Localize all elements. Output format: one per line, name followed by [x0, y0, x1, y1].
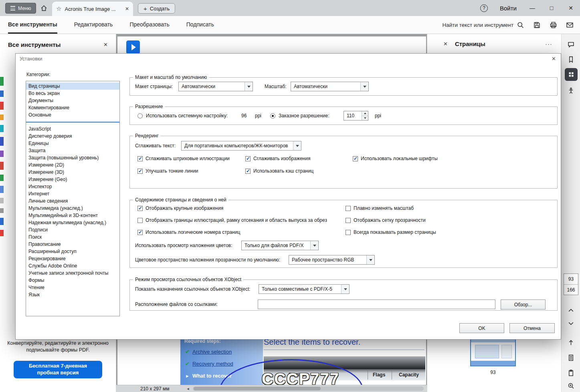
trial-button[interactable]: Бесплатная 7-дневная пробная версия [14, 361, 102, 378]
ok-button[interactable]: OK [459, 323, 504, 333]
checkbox-box[interactable] [346, 230, 351, 235]
category-item[interactable]: Подписи [26, 226, 119, 233]
category-item[interactable]: Формы [26, 277, 119, 284]
checkbox-box[interactable] [346, 218, 351, 223]
category-item[interactable]: Учетные записи электронной почты [26, 269, 119, 277]
page-indicator[interactable]: 93 166 [564, 273, 578, 295]
checkbox-box[interactable] [137, 230, 143, 235]
dropdown-button[interactable] [293, 141, 301, 150]
current-page-field[interactable]: 93 [564, 274, 578, 284]
category-item[interactable]: JavaScript [26, 125, 119, 133]
tab-sign[interactable]: Подписать [186, 16, 214, 34]
category-item[interactable]: Надежная мультимедиа (унаслед.) [26, 219, 119, 226]
scroll-down-button[interactable] [562, 316, 580, 330]
wizard-step-method[interactable]: ✔ Recovery method [185, 361, 233, 367]
checkbox-box[interactable] [137, 206, 143, 211]
stepper-up-button[interactable] [362, 111, 368, 116]
document-tab[interactable]: ☆ Acronis True Image ... ✕ [52, 2, 133, 16]
comments-button[interactable] [562, 37, 580, 52]
checkbox-smooth-images[interactable]: Сглаживать изображения [245, 156, 310, 161]
category-item[interactable]: Единицы [26, 140, 119, 147]
page-up-button[interactable] [562, 335, 580, 350]
dialog-close-icon[interactable]: ✕ [552, 56, 556, 62]
dropdown-button[interactable] [360, 82, 368, 91]
category-item[interactable]: Рецензирование [26, 255, 119, 262]
print-icon[interactable] [550, 21, 557, 29]
category-item-selected[interactable]: Вид страницы [26, 82, 119, 90]
column-capacity[interactable]: Capacity [399, 372, 419, 378]
checkbox-large-images[interactable]: Отображать крупные изображения [137, 205, 223, 211]
wizard-step-link[interactable]: Recovery method [192, 361, 233, 367]
category-item[interactable]: Интернет [26, 190, 119, 197]
checkbox-smooth-line-art[interactable]: Сглаживать штриховые иллюстрации [137, 156, 230, 161]
stepper-value[interactable]: 110 [344, 111, 362, 120]
checkbox-box[interactable] [353, 156, 358, 161]
category-item[interactable]: Поиск [26, 233, 119, 241]
xobject-location-input[interactable] [258, 300, 495, 309]
category-item[interactable]: Во весь экран [26, 90, 119, 97]
pages-close-icon[interactable]: ✕ [443, 41, 448, 47]
minimize-button[interactable]: — [529, 5, 536, 11]
category-item[interactable]: Защита [26, 147, 119, 154]
save-icon[interactable] [533, 21, 541, 29]
horizontal-scrollbar[interactable] [193, 386, 424, 391]
more-options-icon[interactable]: ··· [545, 40, 552, 47]
category-item[interactable]: Мультимедиа (унаслед.) [26, 205, 119, 212]
category-item[interactable]: Документы [26, 97, 119, 104]
search-box[interactable]: Найти текст или инструмент [442, 21, 524, 29]
bookmarks-button[interactable] [562, 52, 580, 66]
close-button[interactable]: ✕ [567, 5, 574, 11]
checkbox-box[interactable] [245, 156, 251, 161]
signin-button[interactable]: Войти [500, 5, 517, 12]
category-item[interactable]: Диспетчер доверия [26, 133, 119, 140]
checkbox-box[interactable] [137, 169, 143, 174]
wizard-step-archive[interactable]: ✔ Archive selection [185, 349, 232, 355]
category-item[interactable]: Измерение (Geo) [26, 176, 119, 183]
dropdown-button[interactable] [366, 255, 374, 264]
reading-mode-button[interactable] [562, 350, 580, 365]
category-item[interactable]: Основные [26, 111, 119, 119]
checkbox-smooth-zoom[interactable]: Плавно изменять масштаб [346, 205, 414, 211]
scrollbar-thumb[interactable] [194, 387, 321, 390]
clipboard-button[interactable] [562, 366, 580, 380]
category-item[interactable]: Правописание [26, 241, 119, 248]
menu-button[interactable]: Меню [5, 3, 36, 14]
category-item[interactable]: Инспектор [26, 183, 119, 190]
checkbox-box[interactable] [137, 218, 143, 223]
tab-edit[interactable]: Редактировать [74, 16, 113, 34]
media-annotation-icon[interactable] [126, 40, 140, 54]
xobject-show-dropdown[interactable]: Только совместимые с PDF/X-5 [259, 284, 350, 294]
checkbox-box[interactable] [245, 169, 251, 174]
checkbox-art-trim-bleed[interactable]: Отображать границы иллюстраций, рамку от… [137, 217, 327, 223]
blend-space-dropdown[interactable]: Рабочее пространство RGB [289, 255, 375, 265]
overprint-dropdown[interactable]: Только для файлов PDF/X [241, 241, 319, 250]
checkbox-enhance-thin-lines[interactable]: Улучшать тонкие линии [137, 168, 198, 174]
stepper-down-button[interactable] [362, 116, 368, 121]
page-thumbnail[interactable] [470, 338, 516, 366]
create-button[interactable]: + Создать [138, 3, 175, 14]
category-item[interactable]: Службы Adobe Online [26, 262, 119, 269]
category-item[interactable]: Мультимедийный и 3D-контент [26, 212, 119, 219]
checkbox-logical-page-numbers[interactable]: Использовать логические номера страниц [137, 229, 240, 235]
help-icon[interactable]: ? [480, 4, 488, 12]
category-item[interactable]: Язык [26, 291, 119, 298]
column-flags[interactable]: Flags [373, 372, 385, 378]
category-item[interactable]: Расширенный доступ [26, 248, 119, 255]
maximize-button[interactable]: □ [548, 5, 555, 11]
wizard-step-link[interactable]: Archive selection [192, 349, 232, 355]
zoom-dropdown[interactable]: Автоматически [291, 82, 369, 91]
tab-close-icon[interactable]: ✕ [125, 6, 129, 12]
dropdown-button[interactable] [310, 241, 318, 250]
tab-convert[interactable]: Преобразовать [129, 16, 169, 34]
accessibility-button[interactable] [562, 83, 580, 98]
star-icon[interactable]: ☆ [56, 5, 61, 12]
checkbox-local-fonts[interactable]: Использовать локальные шрифты [353, 156, 438, 161]
category-item[interactable]: Защита (повышенный уровень) [26, 154, 119, 161]
checkbox-always-page-size[interactable]: Всегда показывать размер страницы [346, 229, 436, 235]
checkbox-box[interactable] [137, 156, 143, 161]
system-resolution-radio[interactable] [137, 113, 143, 119]
checkbox-box[interactable] [346, 206, 351, 211]
custom-resolution-radio[interactable] [270, 113, 275, 119]
browse-button[interactable]: Обзор... [501, 300, 546, 310]
scroll-up-button[interactable] [562, 303, 580, 318]
